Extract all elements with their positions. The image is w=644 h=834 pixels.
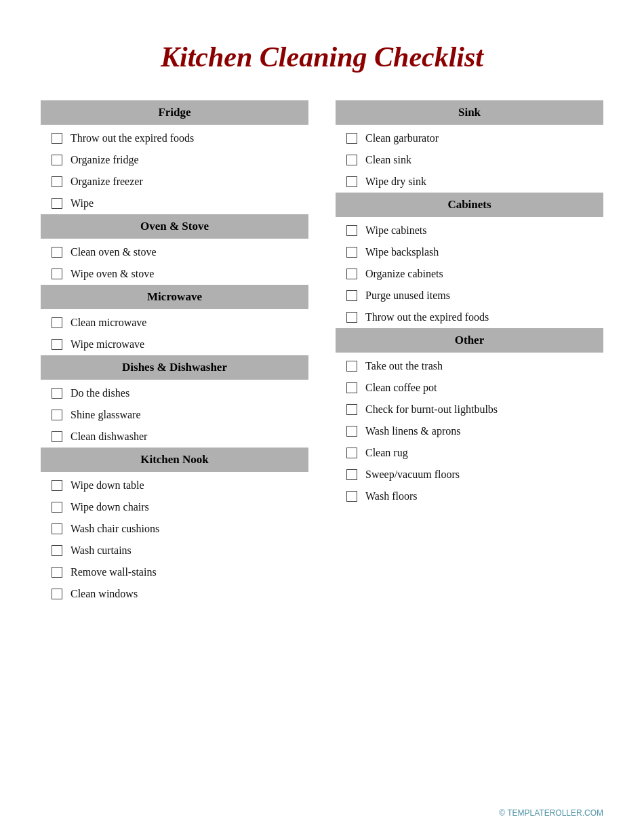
checkbox-icon[interactable] bbox=[52, 410, 62, 420]
list-item[interactable]: Clean garburator bbox=[336, 127, 603, 149]
section-header-other: Other bbox=[336, 328, 603, 353]
footer-text: © TEMPLATEROLLER.COM bbox=[499, 808, 603, 818]
checkbox-icon[interactable] bbox=[346, 382, 357, 393]
item-label: Wash curtains bbox=[71, 544, 132, 557]
list-item[interactable]: Wipe cabinets bbox=[336, 220, 603, 241]
checkbox-icon[interactable] bbox=[346, 225, 357, 236]
list-item[interactable]: Clean dishwasher bbox=[41, 426, 308, 448]
checkbox-icon[interactable] bbox=[346, 426, 357, 437]
list-item[interactable]: Do the dishes bbox=[41, 382, 308, 404]
item-label: Check for burnt-out lightbulbs bbox=[365, 403, 498, 416]
item-label: Clean microwave bbox=[71, 317, 146, 329]
checkbox-icon[interactable] bbox=[52, 155, 62, 165]
section-header-oven---stove: Oven & Stove bbox=[41, 214, 308, 239]
item-label: Do the dishes bbox=[71, 387, 129, 399]
checkbox-icon[interactable] bbox=[52, 133, 62, 144]
section-header-microwave: Microwave bbox=[41, 285, 308, 309]
list-item[interactable]: Organize fridge bbox=[41, 149, 308, 171]
right-column: SinkClean garburatorClean sinkWipe dry s… bbox=[329, 100, 603, 507]
item-label: Clean sink bbox=[365, 154, 411, 166]
list-item[interactable]: Wipe down chairs bbox=[41, 496, 308, 518]
list-item[interactable]: Wash curtains bbox=[41, 540, 308, 561]
list-item[interactable]: Clean oven & stove bbox=[41, 241, 308, 263]
checkbox-icon[interactable] bbox=[52, 502, 62, 513]
checkbox-icon[interactable] bbox=[52, 388, 62, 399]
section-header-fridge: Fridge bbox=[41, 100, 308, 125]
item-label: Sweep/vacuum floors bbox=[365, 469, 460, 481]
list-item[interactable]: Organize freezer bbox=[41, 171, 308, 193]
list-item[interactable]: Wash linens & aprons bbox=[336, 420, 603, 442]
checkbox-icon[interactable] bbox=[346, 176, 357, 187]
list-item[interactable]: Organize cabinets bbox=[336, 263, 603, 285]
item-label: Wipe oven & stove bbox=[71, 268, 154, 280]
item-label: Remove wall-stains bbox=[71, 566, 157, 578]
item-label: Wipe dry sink bbox=[365, 176, 426, 188]
list-item[interactable]: Wipe dry sink bbox=[336, 171, 603, 193]
checkbox-icon[interactable] bbox=[346, 469, 357, 480]
item-label: Clean windows bbox=[71, 588, 138, 600]
checkbox-icon[interactable] bbox=[52, 247, 62, 258]
checkbox-icon[interactable] bbox=[52, 339, 62, 350]
list-item[interactable]: Wipe bbox=[41, 193, 308, 214]
list-item[interactable]: Wipe backsplash bbox=[336, 241, 603, 263]
list-item[interactable]: Clean windows bbox=[41, 583, 308, 605]
checkbox-icon[interactable] bbox=[346, 247, 357, 258]
checkbox-icon[interactable] bbox=[346, 269, 357, 279]
list-item[interactable]: Shine glassware bbox=[41, 404, 308, 426]
list-item[interactable]: Wash floors bbox=[336, 485, 603, 507]
page: Kitchen Cleaning Checklist FridgeThrow o… bbox=[0, 0, 644, 834]
item-label: Purge unused items bbox=[365, 290, 450, 302]
item-label: Organize fridge bbox=[71, 154, 139, 166]
list-item[interactable]: Clean sink bbox=[336, 149, 603, 171]
checkbox-icon[interactable] bbox=[346, 290, 357, 301]
item-label: Clean oven & stove bbox=[71, 246, 157, 258]
section-header-kitchen-nook: Kitchen Nook bbox=[41, 448, 308, 472]
checkbox-icon[interactable] bbox=[52, 480, 62, 491]
checkbox-icon[interactable] bbox=[346, 133, 357, 144]
list-item[interactable]: Throw out the expired foods bbox=[41, 127, 308, 149]
item-label: Clean garburator bbox=[365, 132, 439, 144]
checkbox-icon[interactable] bbox=[52, 545, 62, 556]
item-label: Wash linens & aprons bbox=[365, 425, 460, 437]
checkbox-icon[interactable] bbox=[346, 404, 357, 415]
checkbox-icon[interactable] bbox=[52, 567, 62, 578]
item-label: Shine glassware bbox=[71, 409, 141, 421]
list-item[interactable]: Check for burnt-out lightbulbs bbox=[336, 399, 603, 420]
checkbox-icon[interactable] bbox=[52, 176, 62, 187]
list-item[interactable]: Wash chair cushions bbox=[41, 518, 308, 540]
item-label: Wipe down chairs bbox=[71, 501, 149, 513]
checkbox-icon[interactable] bbox=[346, 312, 357, 323]
item-label: Take out the trash bbox=[365, 360, 443, 372]
item-label: Clean coffee pot bbox=[365, 382, 437, 394]
checkbox-icon[interactable] bbox=[346, 361, 357, 372]
checkbox-icon[interactable] bbox=[52, 523, 62, 534]
checkbox-icon[interactable] bbox=[52, 198, 62, 209]
list-item[interactable]: Sweep/vacuum floors bbox=[336, 464, 603, 485]
item-label: Throw out the expired foods bbox=[71, 132, 194, 144]
list-item[interactable]: Wipe down table bbox=[41, 475, 308, 496]
list-item[interactable]: Wipe oven & stove bbox=[41, 263, 308, 285]
checkbox-icon[interactable] bbox=[52, 269, 62, 279]
checkbox-icon[interactable] bbox=[52, 431, 62, 442]
checkbox-icon[interactable] bbox=[52, 589, 62, 599]
left-column: FridgeThrow out the expired foodsOrganiz… bbox=[41, 100, 329, 605]
item-label: Organize cabinets bbox=[365, 268, 443, 280]
item-label: Organize freezer bbox=[71, 176, 143, 188]
list-item[interactable]: Remove wall-stains bbox=[41, 561, 308, 583]
section-header-dishes---dishwasher: Dishes & Dishwasher bbox=[41, 355, 308, 380]
list-item[interactable]: Purge unused items bbox=[336, 285, 603, 306]
section-header-cabinets: Cabinets bbox=[336, 193, 603, 217]
page-title: Kitchen Cleaning Checklist bbox=[41, 41, 603, 73]
list-item[interactable]: Clean coffee pot bbox=[336, 377, 603, 399]
list-item[interactable]: Clean rug bbox=[336, 442, 603, 464]
checkbox-icon[interactable] bbox=[346, 448, 357, 458]
item-label: Clean rug bbox=[365, 447, 408, 459]
list-item[interactable]: Take out the trash bbox=[336, 355, 603, 377]
checkbox-icon[interactable] bbox=[346, 491, 357, 502]
checkbox-icon[interactable] bbox=[52, 317, 62, 328]
list-item[interactable]: Wipe microwave bbox=[41, 334, 308, 355]
list-item[interactable]: Clean microwave bbox=[41, 312, 308, 334]
checkbox-icon[interactable] bbox=[346, 155, 357, 165]
section-header-sink: Sink bbox=[336, 100, 603, 125]
list-item[interactable]: Throw out the expired foods bbox=[336, 306, 603, 328]
